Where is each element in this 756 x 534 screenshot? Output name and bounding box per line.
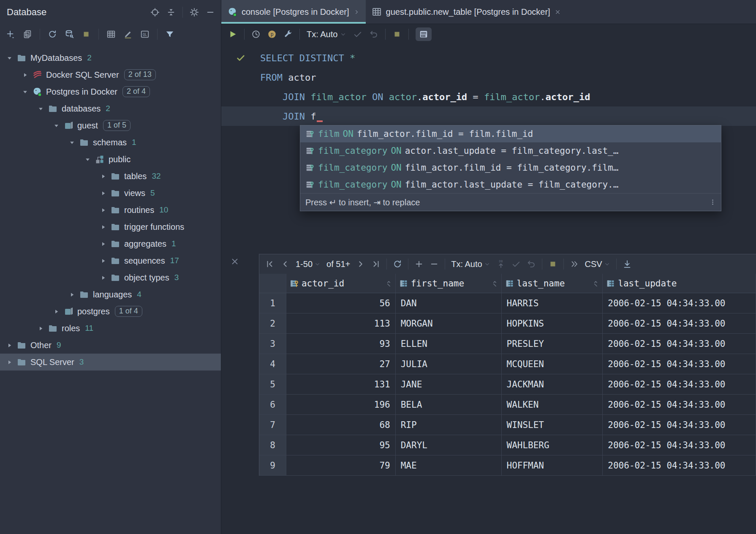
chevron-expanded-icon[interactable] bbox=[50, 123, 62, 129]
row-number-cell[interactable]: 6 bbox=[259, 395, 286, 414]
session-badge[interactable]: p bbox=[267, 30, 277, 39]
cell-last_update[interactable]: 2006-02-15 04:34:33.00 bbox=[603, 354, 756, 374]
row-number-cell[interactable]: 1 bbox=[259, 293, 286, 313]
export-data-button[interactable] bbox=[623, 259, 632, 269]
tree-item-aggregates[interactable]: aggregates1 bbox=[0, 235, 221, 252]
cell-last_name[interactable]: MCQUEEN bbox=[502, 354, 603, 374]
cell-last_name[interactable]: PRESLEY bbox=[502, 334, 603, 354]
tree-item-databases[interactable]: databases2 bbox=[0, 100, 221, 117]
cell-first_name[interactable]: JULIA bbox=[396, 354, 502, 374]
completion-item[interactable]: film_category ON film_actor.film_id = fi… bbox=[300, 159, 721, 176]
sort-arrows-icon[interactable] bbox=[386, 280, 392, 286]
jump-to-console-button[interactable]: QL bbox=[140, 30, 150, 39]
new-datasource-button[interactable] bbox=[6, 30, 15, 39]
cell-first_name[interactable]: DARYL bbox=[396, 435, 502, 455]
completion-menu-icon[interactable] bbox=[710, 199, 716, 205]
cell-first_name[interactable]: MAE bbox=[396, 455, 502, 475]
chevron-expanded-icon[interactable] bbox=[82, 156, 93, 163]
submit-button[interactable]: DB bbox=[496, 259, 506, 269]
chevron-collapsed-icon[interactable] bbox=[19, 72, 31, 78]
completion-item[interactable]: film ON film_actor.film_id = film.film_i… bbox=[300, 125, 721, 142]
chevron-expanded-icon[interactable] bbox=[35, 106, 46, 112]
rollback-button[interactable] bbox=[369, 30, 378, 39]
tree-item-postgres[interactable]: postgres1 of 4 bbox=[0, 303, 221, 320]
chevron-collapsed-icon[interactable] bbox=[97, 190, 109, 196]
chevron-expanded-icon[interactable] bbox=[66, 139, 78, 146]
chevron-collapsed-icon[interactable] bbox=[97, 207, 109, 213]
cell-first_name[interactable]: DAN bbox=[396, 293, 502, 313]
tree-item-routines[interactable]: routines10 bbox=[0, 202, 221, 218]
tree-item-trigger-functions[interactable]: trigger functions bbox=[0, 218, 221, 235]
row-number-cell[interactable]: 8 bbox=[259, 435, 286, 455]
commit-button[interactable] bbox=[353, 30, 362, 39]
chevron-collapsed-icon[interactable] bbox=[35, 325, 46, 332]
cell-last_update[interactable]: 2006-02-15 04:34:33.00 bbox=[603, 374, 756, 394]
cell-last_update[interactable]: 2006-02-15 04:34:33.00 bbox=[603, 395, 756, 414]
chevron-collapsed-icon[interactable] bbox=[66, 292, 78, 298]
column-header-first_name[interactable]: first_name bbox=[396, 274, 502, 293]
column-header-actor_id[interactable]: actor_id bbox=[286, 274, 396, 293]
stop-button[interactable] bbox=[82, 30, 91, 39]
sort-arrows-icon[interactable] bbox=[492, 280, 498, 286]
tree-item-roles[interactable]: roles11 bbox=[0, 320, 221, 337]
chevron-expanded-icon[interactable] bbox=[3, 55, 15, 61]
page-range-select[interactable]: 1-50 bbox=[296, 259, 321, 269]
cell-last_name[interactable]: JACKMAN bbox=[502, 374, 603, 394]
tab-console[interactable]: console [Postgres in Docker] bbox=[221, 0, 366, 24]
cell-actor_id[interactable]: 196 bbox=[286, 395, 396, 414]
completion-item[interactable]: film_category ON actor.last_update = fil… bbox=[300, 142, 721, 159]
row-number-cell[interactable]: 3 bbox=[259, 334, 286, 354]
history-button[interactable] bbox=[251, 30, 261, 39]
cell-actor_id[interactable]: 113 bbox=[286, 313, 396, 333]
tree-item-guest[interactable]: guest1 of 5 bbox=[0, 117, 221, 134]
cell-last_name[interactable]: HOPKINS bbox=[502, 313, 603, 333]
cell-last_name[interactable]: HOFFMAN bbox=[502, 455, 603, 475]
cell-actor_id[interactable]: 79 bbox=[286, 455, 396, 475]
modify-button[interactable] bbox=[123, 30, 133, 39]
tab-chevron-icon[interactable] bbox=[354, 9, 360, 15]
tree-item-other[interactable]: Other9 bbox=[0, 337, 221, 354]
tree-item-postgres-in-docker[interactable]: Postgres in Docker2 of 4 bbox=[0, 83, 221, 100]
tree-item-object-types[interactable]: object types3 bbox=[0, 269, 221, 286]
tree-item-tables[interactable]: tables32 bbox=[0, 168, 221, 185]
grid-tx-mode-select[interactable]: Tx: Auto bbox=[451, 259, 490, 269]
row-number-cell[interactable]: 5 bbox=[259, 374, 286, 394]
chevron-collapsed-icon[interactable] bbox=[97, 275, 109, 281]
cell-actor_id[interactable]: 131 bbox=[286, 374, 396, 394]
cell-actor_id[interactable]: 95 bbox=[286, 435, 396, 455]
cancel-query-button[interactable] bbox=[392, 30, 402, 39]
add-row-button[interactable] bbox=[414, 259, 424, 269]
row-number-cell[interactable]: 4 bbox=[259, 354, 286, 374]
tree-item-languages[interactable]: languages4 bbox=[0, 286, 221, 303]
locate-object-button[interactable] bbox=[150, 8, 160, 17]
column-header-last_name[interactable]: last_name bbox=[502, 274, 603, 293]
reload-data-button[interactable] bbox=[393, 259, 402, 269]
grid-rollback-button[interactable] bbox=[527, 259, 536, 269]
cell-first_name[interactable]: MORGAN bbox=[396, 313, 502, 333]
row-number-cell[interactable]: 9 bbox=[259, 455, 286, 475]
hide-panel-button[interactable] bbox=[206, 8, 215, 17]
row-number-cell[interactable]: 7 bbox=[259, 415, 286, 435]
tab-new-table[interactable]: guest.public.new_table [Postgres in Dock… bbox=[366, 0, 567, 24]
cell-last_update[interactable]: 2006-02-15 04:34:33.00 bbox=[603, 334, 756, 354]
chevron-collapsed-icon[interactable] bbox=[97, 224, 109, 230]
cell-last_name[interactable]: HARRIS bbox=[502, 293, 603, 313]
cell-last_name[interactable]: WAHLBERG bbox=[502, 435, 603, 455]
duplicate-button[interactable] bbox=[23, 30, 32, 39]
execute-button[interactable] bbox=[228, 30, 237, 39]
chevron-collapsed-icon[interactable] bbox=[97, 241, 109, 247]
cell-last_update[interactable]: 2006-02-15 04:34:33.00 bbox=[603, 415, 756, 435]
chevron-collapsed-icon[interactable] bbox=[3, 359, 15, 365]
export-format-select[interactable]: CSV bbox=[585, 259, 610, 269]
settings-button[interactable] bbox=[190, 8, 199, 17]
chevron-collapsed-icon[interactable] bbox=[3, 342, 15, 349]
filter-button[interactable] bbox=[165, 30, 174, 39]
console-settings-button[interactable] bbox=[283, 30, 293, 39]
datasource-properties-button[interactable] bbox=[65, 30, 74, 39]
prev-page-button[interactable] bbox=[280, 259, 290, 269]
cell-last_name[interactable]: WINSLET bbox=[502, 415, 603, 435]
tree-item-schemas[interactable]: schemas1 bbox=[0, 134, 221, 151]
tree-item-public[interactable]: public bbox=[0, 151, 221, 168]
cell-last_update[interactable]: 2006-02-15 04:34:33.00 bbox=[603, 455, 756, 475]
first-page-button[interactable] bbox=[265, 259, 275, 269]
